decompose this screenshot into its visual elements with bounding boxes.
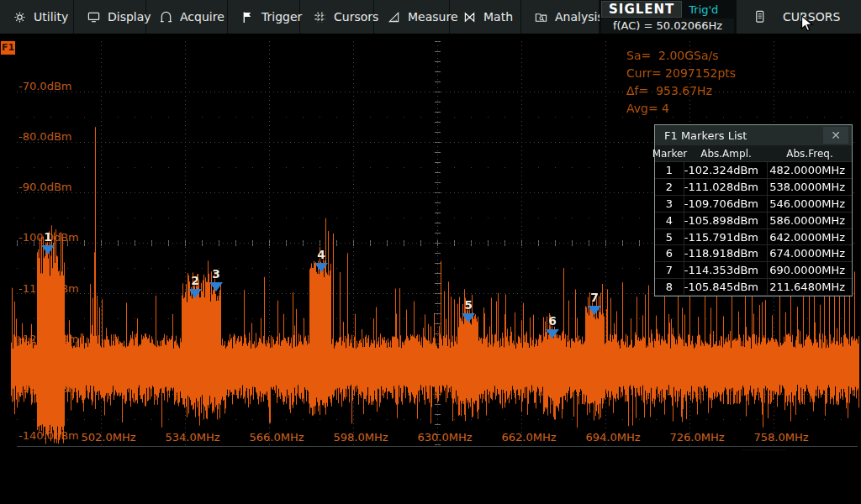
- marker-triangle-icon: [41, 245, 55, 255]
- bottom-status-bar: [0, 450, 861, 504]
- acq-info-line: Δf= 953.67Hz: [626, 82, 736, 100]
- marker-table-row: 7-114.353dBm690.0000MHz: [655, 262, 852, 279]
- markers-list-panel: F1 Markers List ✕ Marker Abs.Ampl. Abs.F…: [654, 124, 853, 297]
- marker-number: 7: [655, 262, 684, 278]
- col-header-abs-freq: Abs.Freq.: [768, 145, 852, 161]
- marker-table-row: 5-115.791dBm642.0000MHz: [655, 229, 852, 246]
- acquisition-info: Sa= 2.00GSa/sCurr= 2097152ptsΔf= 953.67H…: [626, 47, 736, 118]
- mouse-cursor: [800, 15, 815, 36]
- marker-abs-freq: 642.0000MHz: [768, 229, 852, 245]
- marker-table-row: 1-102.324dBm482.0000MHz: [655, 162, 852, 179]
- f1-trace-badge: F1: [1, 41, 15, 55]
- marker-abs-freq: 211.6480MHz: [768, 279, 852, 295]
- marker-table-row: 3-109.706dBm546.0000MHz: [655, 196, 852, 213]
- plot-marker-number: 3: [208, 267, 224, 281]
- plot-marker-number: 5: [460, 298, 477, 312]
- oscilloscope-screen: UtilityDisplayAcquireTriggerCursorsMeasu…: [0, 0, 861, 504]
- marker-abs-freq: 586.0000MHz: [768, 213, 852, 228]
- marker-abs-ampl: -111.028dBm: [684, 179, 768, 195]
- marker-abs-ampl: -105.898dBm: [684, 213, 768, 228]
- marker-abs-ampl: -102.324dBm: [684, 162, 768, 178]
- markers-table-header: Marker Abs.Ampl. Abs.Freq.: [655, 145, 852, 162]
- marker-number: 6: [655, 245, 684, 261]
- marker-number: 3: [655, 196, 684, 212]
- marker-abs-ampl: -114.353dBm: [684, 262, 768, 278]
- marker-abs-ampl: -115.791dBm: [684, 229, 768, 245]
- plot-marker-number: 6: [544, 314, 561, 328]
- acq-info-line: Avg= 4: [626, 100, 736, 118]
- marker-triangle-icon: [188, 289, 202, 298]
- marker-abs-freq: 538.0000MHz: [768, 179, 852, 195]
- marker-triangle-icon: [588, 306, 601, 315]
- close-icon[interactable]: ✕: [823, 127, 848, 144]
- markers-panel-titlebar[interactable]: F1 Markers List ✕: [655, 125, 852, 145]
- col-header-marker: Marker: [655, 145, 684, 161]
- marker-table-row: 2-111.028dBm538.0000MHz: [655, 179, 852, 196]
- marker-table-row: 6-118.918dBm674.0000MHz: [655, 245, 852, 262]
- acq-info-line: Sa= 2.00GSa/s: [626, 47, 736, 65]
- marker-number: 5: [655, 229, 684, 245]
- marker-abs-ampl: -118.918dBm: [684, 245, 768, 261]
- marker-table-row: 8-105.845dBm211.6480MHz: [655, 279, 852, 296]
- plot-marker-number: 7: [586, 291, 603, 304]
- plot-marker-number: 2: [187, 274, 203, 287]
- marker-number: 2: [655, 179, 684, 195]
- marker-number: 4: [655, 213, 684, 228]
- marker-number: 1: [655, 162, 684, 178]
- plot-marker-number: 1: [40, 230, 56, 244]
- col-header-abs-ampl: Abs.Ampl.: [684, 145, 768, 161]
- marker-table-row: 4-105.898dBm586.0000MHz: [655, 213, 852, 229]
- acq-info-line: Curr= 2097152pts: [626, 65, 736, 82]
- marker-number: 8: [655, 279, 684, 295]
- marker-abs-freq: 482.0000MHz: [768, 162, 852, 178]
- marker-triangle-icon: [314, 263, 328, 272]
- marker-abs-freq: 690.0000MHz: [768, 262, 852, 278]
- marker-abs-ampl: -105.845dBm: [684, 279, 768, 295]
- plot-marker-number: 4: [313, 248, 330, 261]
- marker-abs-ampl: -109.706dBm: [684, 196, 768, 212]
- marker-triangle-icon: [209, 282, 223, 291]
- marker-triangle-icon: [546, 329, 559, 339]
- marker-abs-freq: 674.0000MHz: [768, 245, 852, 261]
- marker-triangle-icon: [462, 313, 475, 323]
- marker-abs-freq: 546.0000MHz: [768, 196, 852, 212]
- markers-panel-title: F1 Markers List: [664, 129, 747, 142]
